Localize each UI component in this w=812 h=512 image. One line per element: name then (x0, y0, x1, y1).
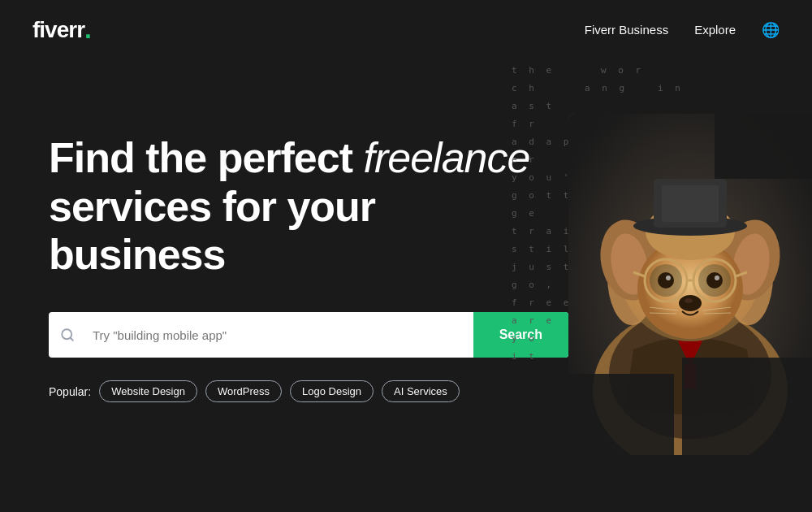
tag-website-design[interactable]: Website Design (99, 380, 197, 402)
explore-link[interactable]: Explore (694, 23, 736, 37)
logo-dot: . (84, 15, 92, 45)
grid-word-1: w o r (601, 65, 644, 76)
tag-ai-services[interactable]: AI Services (382, 380, 460, 402)
grid-word-9: e r (512, 154, 538, 165)
popular-label: Popular: (49, 385, 91, 398)
logo-text: fiverr (32, 17, 84, 43)
svg-point-25 (679, 295, 702, 311)
svg-point-26 (685, 298, 693, 303)
grid-word-3: a n g (585, 83, 628, 93)
right-decoration: t h ew o rc ha n gi na s tf re ea d a p … (503, 49, 812, 504)
grid-word-4: i n (658, 83, 684, 93)
grid-word-24: i t (512, 351, 538, 362)
globe-icon[interactable]: 🌐 (762, 21, 780, 39)
grid-word-12: g o t t (512, 190, 572, 201)
search-bar: Search (49, 312, 568, 358)
main-content: Find the perfect freelance services for … (0, 49, 585, 471)
grid-word-20: f r e e (512, 297, 572, 308)
hero-title: Find the perfect freelance services for … (49, 134, 552, 280)
search-input[interactable] (86, 328, 473, 342)
grid-word-6: f r (512, 119, 538, 129)
popular-tags-row: Popular: Website Design WordPress Logo D… (49, 380, 552, 402)
svg-point-21 (658, 272, 674, 289)
dark-tile-top-right (715, 114, 812, 179)
grid-word-0: t h e (512, 65, 555, 76)
tag-wordpress[interactable]: WordPress (205, 380, 282, 402)
grid-word-2: c h (512, 83, 538, 93)
fiverr-business-link[interactable]: Fiverr Business (585, 23, 668, 37)
dark-tile-bottom-right (682, 358, 812, 455)
header: fiverr. Fiverr Business Explore 🌐 (0, 0, 812, 59)
grid-word-21: a r e (512, 315, 555, 326)
dark-tile-bottom-left (568, 374, 674, 455)
svg-point-24 (715, 276, 719, 280)
svg-rect-34 (662, 185, 719, 222)
svg-point-23 (666, 276, 671, 280)
grid-word-19: g o , (512, 280, 555, 290)
hero-title-part2: services for your business (49, 183, 375, 279)
svg-line-1 (70, 338, 72, 341)
grid-word-5: a s t (512, 101, 555, 111)
grid-word-22: y o (512, 333, 538, 344)
hero-title-part1: Find the perfect (49, 134, 363, 181)
grid-word-17: j u s t (512, 262, 572, 272)
dog-image-container (568, 114, 812, 455)
grid-word-13: g e (512, 208, 538, 219)
top-nav: Fiverr Business Explore 🌐 (585, 21, 780, 39)
tag-logo-design[interactable]: Logo Design (290, 380, 374, 402)
logo[interactable]: fiverr. (32, 15, 92, 45)
svg-point-22 (706, 272, 723, 289)
search-icon (49, 328, 86, 342)
